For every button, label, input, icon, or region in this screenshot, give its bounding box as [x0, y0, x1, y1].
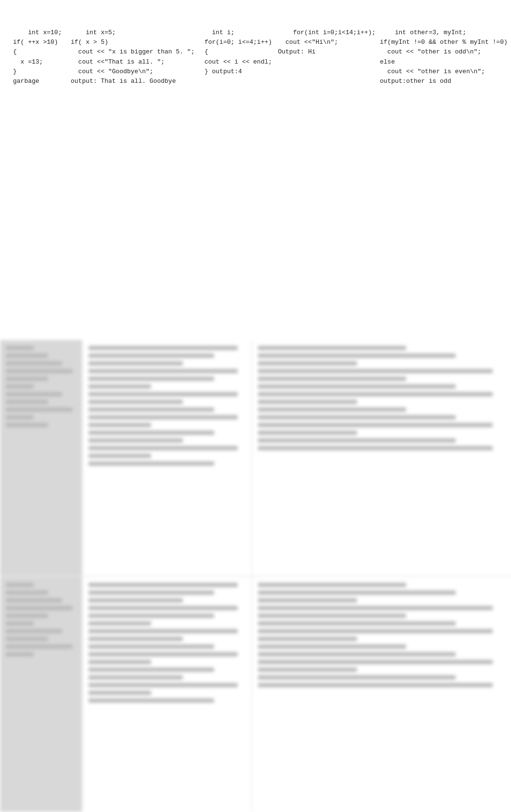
snippet1-text: int x=10; if( ++x >10) { x =13; } garbag…	[13, 29, 62, 85]
snippet3-text: int i; for(i=0; i<=4;i++) { cout << i <<…	[197, 29, 272, 75]
code-snippet-5: int other=3, myInt; if(myInt !=0 && othe…	[374, 14, 504, 100]
blur-cell-1-1	[0, 340, 82, 576]
blur-cell-2-3	[252, 577, 511, 812]
code-snippet-3: int i; for(i=0; i<=4;i++) { cout << i <<…	[191, 14, 272, 100]
snippet5-text: int other=3, myInt; if(myInt !=0 && othe…	[380, 29, 507, 85]
blur-cell-1-2	[83, 340, 251, 576]
code-examples-section: int x=10; if( ++x >10) { x =13; } garbag…	[0, 0, 511, 109]
snippet4-text: for(int i=0;i<14;i++); cout <<"Hi\n"; Ou…	[278, 29, 376, 55]
code-snippet-4: for(int i=0;i<14;i++); cout <<"Hi\n"; Ou…	[272, 14, 374, 100]
blur-cell-1-3	[252, 340, 511, 576]
code-snippet-2: int x=5; if( x > 5) cout << "x is bigger…	[65, 14, 191, 100]
blur-cell-2-1	[0, 577, 82, 812]
snippet2-text: int x=5; if( x > 5) cout << "x is bigger…	[71, 29, 194, 85]
blurred-content-section	[0, 340, 511, 812]
blur-cell-2-2	[83, 577, 251, 812]
code-snippet-1: int x=10; if( ++x >10) { x =13; } garbag…	[7, 14, 65, 100]
blurred-grid	[0, 340, 511, 812]
